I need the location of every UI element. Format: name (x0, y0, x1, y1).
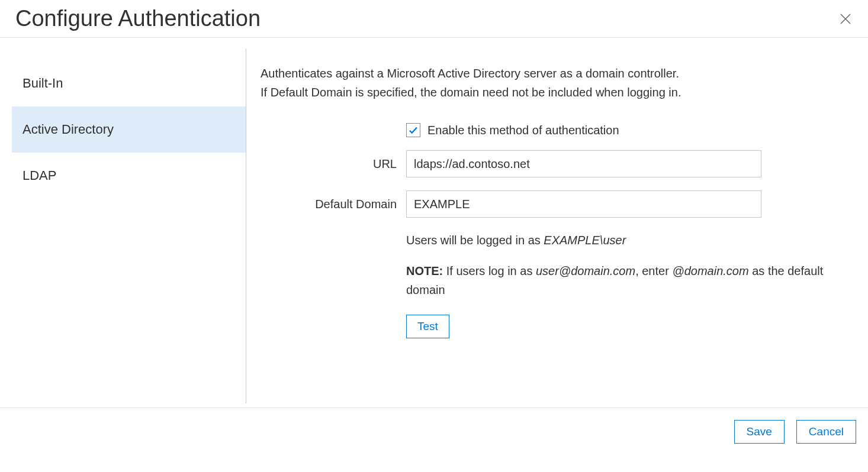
dialog-header: Configure Authentication (0, 0, 868, 38)
sidebar-item-label: Built-In (22, 76, 63, 90)
note-example-user: user@domain.com (536, 264, 635, 277)
checkmark-icon (408, 125, 419, 135)
sidebar-item-builtin[interactable]: Built-In (12, 60, 246, 106)
enable-row: Enable this method of authentication (261, 123, 850, 137)
enable-checkbox[interactable] (406, 123, 420, 137)
default-domain-row: Default Domain (261, 190, 850, 218)
auth-method-sidebar: Built-In Active Directory LDAP (12, 49, 246, 403)
sidebar-item-label: LDAP (22, 168, 56, 183)
dialog-title: Configure Authentication (15, 6, 261, 31)
close-button[interactable] (836, 9, 855, 28)
note-example-domain: @domain.com (672, 264, 748, 277)
note-label: NOTE: (406, 264, 443, 277)
main-panel: Authenticates against a Microsoft Active… (246, 49, 868, 408)
login-hint-row: Users will be logged in as EXAMPLE\user (261, 231, 850, 250)
dialog-body: Built-In Active Directory LDAP Authentic… (0, 38, 868, 408)
sidebar-item-label: Active Directory (22, 122, 114, 137)
note-row: NOTE: If users log in as user@domain.com… (261, 261, 850, 299)
description-line1: Authenticates against a Microsoft Active… (261, 67, 679, 80)
cancel-button[interactable]: Cancel (796, 420, 856, 444)
description-text: Authenticates against a Microsoft Active… (261, 64, 850, 102)
dialog-footer: Save Cancel (0, 408, 868, 455)
default-domain-input[interactable] (406, 190, 761, 218)
save-button[interactable]: Save (734, 420, 785, 444)
login-hint-text: Users will be logged in as EXAMPLE\user (406, 231, 832, 250)
sidebar-item-ldap[interactable]: LDAP (12, 153, 246, 199)
default-domain-label: Default Domain (261, 198, 406, 211)
enable-checkbox-label[interactable]: Enable this method of authentication (427, 124, 619, 137)
url-row: URL (261, 150, 850, 177)
close-icon (838, 12, 853, 26)
test-row: Test (261, 315, 850, 338)
url-label: URL (261, 157, 406, 171)
login-example: EXAMPLE\user (544, 234, 626, 247)
description-line2: If Default Domain is specified, the doma… (261, 86, 681, 99)
note-text: NOTE: If users log in as user@domain.com… (406, 261, 832, 299)
url-input[interactable] (406, 150, 761, 177)
test-button[interactable]: Test (406, 315, 449, 338)
sidebar-item-active-directory[interactable]: Active Directory (12, 106, 246, 153)
